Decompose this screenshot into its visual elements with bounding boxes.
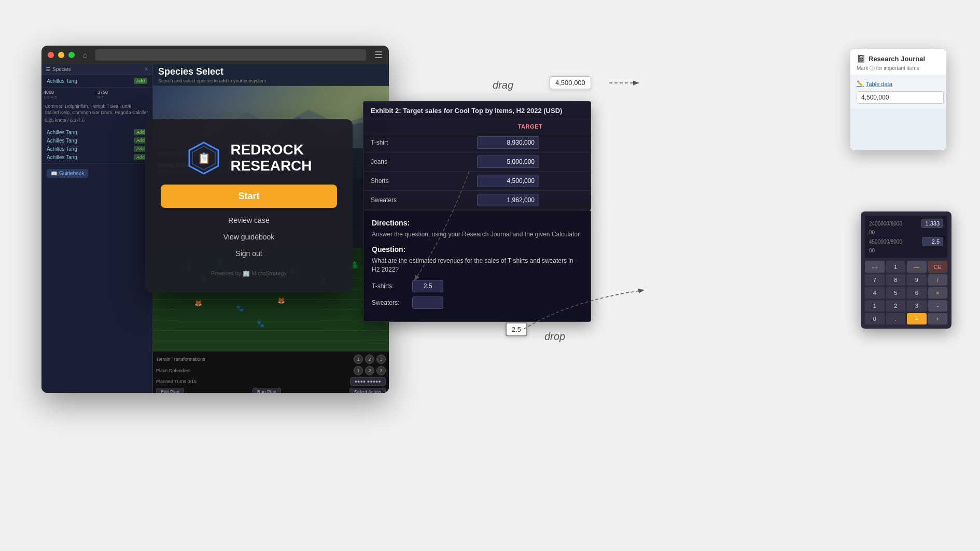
calc-btn-div2[interactable]: ÷÷ <box>865 261 885 273</box>
defenders-label: Place Defenders <box>156 368 191 373</box>
defender-btn-1[interactable]: 1 <box>354 366 363 375</box>
journal-header-top: 📓 Research Journal <box>857 54 940 63</box>
maximize-icon[interactable] <box>68 52 75 58</box>
terrain-btn-3[interactable]: 3 <box>376 355 386 364</box>
calc-btn-eq[interactable]: = <box>907 313 927 324</box>
sweaters-answer-row: Sweaters: <box>372 296 582 309</box>
calc-btn-7[interactable]: 7 <box>865 274 885 286</box>
calc-btn-1a[interactable]: 1 <box>886 261 906 273</box>
drag-value-box[interactable]: 4,500,000 <box>550 76 591 89</box>
guidebook-button[interactable]: 📖 Guidebook <box>47 169 88 178</box>
plan-btns-row: Edit Plan Run Plan Select Action <box>156 388 386 393</box>
select-action-button[interactable]: Select Action <box>349 388 386 393</box>
species-name-3: Achilles Tang <box>47 138 77 144</box>
calc-btn-ce[interactable]: CE <box>928 261 948 273</box>
exhibit-col-item <box>371 123 477 130</box>
directions-panel: Directions: Answer the question, using y… <box>363 210 591 322</box>
desc-text-2: Stalled Kelp, Common Ear Drum, Pagoda Ca… <box>45 110 149 116</box>
edit-icon: ✏️ <box>857 80 864 87</box>
sidebar-item-4: Achilles Tang Add <box>45 145 149 153</box>
stat-value-1: 4800 <box>44 90 96 95</box>
sidebar-toolbar: ☰ Species ✕ <box>41 64 152 75</box>
run-plan-button[interactable]: Run Plan <box>253 388 281 393</box>
terrain-btn-1[interactable]: 1 <box>354 355 363 364</box>
powered-by-text: Powered by 🏢 MicroStrategy <box>211 270 287 277</box>
address-bar[interactable] <box>95 49 366 61</box>
calc-btn-8[interactable]: 8 <box>886 274 906 286</box>
calc-zero: 00 <box>869 230 875 235</box>
review-case-button[interactable]: Review case <box>228 216 269 224</box>
calc-btn-1[interactable]: 1 <box>865 300 885 312</box>
sidebar-close-icon[interactable]: ✕ <box>144 66 148 72</box>
exhibit-row-shorts: Shorts <box>363 172 591 191</box>
exhibit-title: Exhibit 2: Target sales for Cool Top by … <box>363 102 591 120</box>
journal-dropdown-button[interactable]: ▼ <box>946 91 946 104</box>
guidebook-label: Guidebook <box>59 171 84 176</box>
sweaters-answer-label: Sweaters: <box>372 299 408 306</box>
exhibit-row-sweaters: Sweaters <box>363 191 591 210</box>
calc-row-zero2: 00 <box>869 248 943 253</box>
species-select-title: Species Select <box>158 66 223 77</box>
calc-btn-mul[interactable]: × <box>928 287 948 299</box>
sidebar: ☰ Species ✕ Achilles Tang Add 4800 1-3 4… <box>41 64 153 393</box>
calc-expr-2: 4500000/8000 <box>869 239 902 245</box>
close-icon[interactable] <box>48 52 54 58</box>
brand-line-2: RESEARCH <box>230 158 312 174</box>
exhibit-input-shorts[interactable] <box>477 175 539 187</box>
species-name-5: Achilles Tang <box>47 154 77 160</box>
calc-btn-6[interactable]: 6 <box>907 287 927 299</box>
defender-btn-3[interactable]: 3 <box>376 366 386 375</box>
add-button-1[interactable]: Add <box>134 78 147 84</box>
journal-table-link[interactable]: ✏️ Table data <box>857 80 940 87</box>
table-data-label: Table data <box>866 81 892 87</box>
desc-text-1: Common Dolphinfish, Humpbill Sea Turtle <box>45 104 149 110</box>
exhibit-col-target: TARGET <box>477 123 583 130</box>
defender-btn-2[interactable]: 2 <box>365 366 374 375</box>
journal-value-input[interactable] <box>857 91 944 104</box>
calc-btn-9[interactable]: 9 <box>907 274 927 286</box>
journal-title: Research Journal <box>869 55 925 63</box>
exhibit-input-jeans[interactable] <box>477 156 539 168</box>
exhibit-table: Exhibit 2: Target sales for Cool Top by … <box>363 101 591 210</box>
calc-display: 2400000/8000 1.333 00 4500000/8000 2.5 0… <box>865 216 947 258</box>
calc-btn-add[interactable]: + <box>928 313 948 324</box>
drop-label: drop <box>544 331 565 343</box>
view-guidebook-button[interactable]: View guidebook <box>223 233 275 241</box>
menu-icon[interactable]: ☰ <box>374 49 383 61</box>
minimize-icon[interactable] <box>58 52 64 58</box>
calc-btn-sub[interactable]: - <box>928 300 948 312</box>
start-button[interactable]: Start <box>161 185 337 208</box>
directions-title: Directions: <box>372 219 582 227</box>
planned-turns-label: Planned Turns 0/15 <box>156 379 197 384</box>
calc-btn-3[interactable]: 3 <box>907 300 927 312</box>
calc-btn-div[interactable]: / <box>928 274 948 286</box>
drop-value-box[interactable]: 2.5 <box>506 322 527 336</box>
exhibit-row-jeans: Jeans <box>363 152 591 172</box>
calc-row-2: 4500000/8000 2.5 <box>869 237 943 246</box>
calc-btn-5[interactable]: 5 <box>886 287 906 299</box>
sidebar-item-5: Achilles Tang Add <box>45 153 149 161</box>
sidebar-menu-icon: ☰ <box>46 66 50 72</box>
calc-btn-minus[interactable]: — <box>907 261 927 273</box>
species-name-1: Achilles Tang <box>47 78 77 84</box>
terrain-row: Terrain Transformations 1 2 3 <box>156 355 386 364</box>
home-icon[interactable]: ⌂ <box>83 51 87 59</box>
calc-btn-2[interactable]: 2 <box>886 300 906 312</box>
calc-btn-4[interactable]: 4 <box>865 287 885 299</box>
drag-label: drag <box>493 79 513 91</box>
stat-1: 4800 1-3 4-5 <box>44 90 96 100</box>
terrain-btn-2[interactable]: 2 <box>365 355 374 364</box>
sweaters-answer-input[interactable] <box>412 296 443 309</box>
species-name-4: Achilles Tang <box>47 146 77 152</box>
calc-btn-dot[interactable]: . <box>886 313 906 324</box>
tshirt-answer-input[interactable] <box>412 280 443 292</box>
calc-btn-0[interactable]: 0 <box>865 313 885 324</box>
sign-out-button[interactable]: Sign out <box>235 249 262 258</box>
range-value: 6.1-7.6 <box>70 118 85 123</box>
exhibit-input-sweaters[interactable] <box>477 194 539 206</box>
edit-plan-button[interactable]: Edit Plan <box>156 388 184 393</box>
calc-expr-1: 2400000/8000 <box>869 221 902 227</box>
calc-buttons: ÷÷ 1 — CE 7 8 9 / 4 5 6 × 1 2 3 - 0 . = … <box>865 261 947 324</box>
exhibit-input-tshirt[interactable] <box>477 136 539 149</box>
species-name-2: Achilles Tang <box>47 130 77 135</box>
